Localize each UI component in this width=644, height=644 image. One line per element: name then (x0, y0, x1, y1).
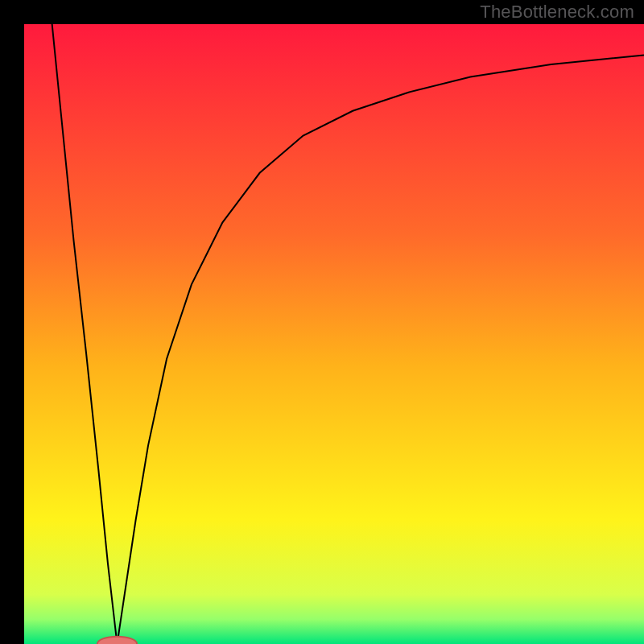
bottleneck-chart (24, 24, 644, 644)
heatmap-background (24, 24, 644, 644)
chart-stage: TheBottleneck.com (0, 0, 644, 644)
watermark-text: TheBottleneck.com (480, 2, 634, 23)
